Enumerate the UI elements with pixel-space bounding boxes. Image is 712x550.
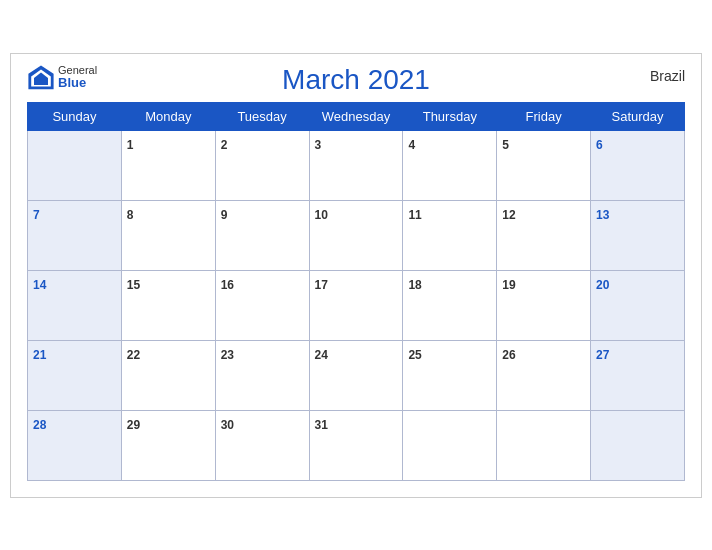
day-number: 28 — [33, 418, 46, 432]
calendar-day-cell: 3 — [309, 130, 403, 200]
calendar-day-cell: 10 — [309, 200, 403, 270]
day-number: 10 — [315, 208, 328, 222]
day-number: 4 — [408, 138, 415, 152]
weekday-header-row: Sunday Monday Tuesday Wednesday Thursday… — [28, 102, 685, 130]
calendar-day-cell: 16 — [215, 270, 309, 340]
logo-blue-text: Blue — [58, 76, 97, 90]
day-number: 30 — [221, 418, 234, 432]
calendar-table: Sunday Monday Tuesday Wednesday Thursday… — [27, 102, 685, 481]
day-number: 26 — [502, 348, 515, 362]
day-number: 19 — [502, 278, 515, 292]
calendar-day-cell: 11 — [403, 200, 497, 270]
calendar-day-cell: 20 — [591, 270, 685, 340]
day-number: 29 — [127, 418, 140, 432]
calendar-day-cell: 25 — [403, 340, 497, 410]
calendar-day-cell: 8 — [121, 200, 215, 270]
day-number: 16 — [221, 278, 234, 292]
calendar-day-cell: 17 — [309, 270, 403, 340]
day-number: 2 — [221, 138, 228, 152]
day-number: 11 — [408, 208, 421, 222]
header-thursday: Thursday — [403, 102, 497, 130]
day-number: 3 — [315, 138, 322, 152]
calendar-header: General Blue March 2021 Brazil — [27, 64, 685, 96]
header-monday: Monday — [121, 102, 215, 130]
calendar-day-cell: 23 — [215, 340, 309, 410]
calendar-day-cell: 31 — [309, 410, 403, 480]
calendar-day-cell — [497, 410, 591, 480]
day-number: 23 — [221, 348, 234, 362]
calendar-week-2: 78910111213 — [28, 200, 685, 270]
calendar-body: 1234567891011121314151617181920212223242… — [28, 130, 685, 480]
calendar-day-cell: 22 — [121, 340, 215, 410]
calendar-day-cell: 19 — [497, 270, 591, 340]
day-number: 20 — [596, 278, 609, 292]
calendar-day-cell: 24 — [309, 340, 403, 410]
calendar-day-cell: 26 — [497, 340, 591, 410]
header-wednesday: Wednesday — [309, 102, 403, 130]
calendar-day-cell: 7 — [28, 200, 122, 270]
calendar-day-cell: 4 — [403, 130, 497, 200]
day-number: 13 — [596, 208, 609, 222]
day-number: 17 — [315, 278, 328, 292]
day-number: 12 — [502, 208, 515, 222]
country-label: Brazil — [650, 68, 685, 84]
calendar-week-5: 28293031 — [28, 410, 685, 480]
day-number: 5 — [502, 138, 509, 152]
calendar-day-cell: 30 — [215, 410, 309, 480]
calendar-day-cell: 1 — [121, 130, 215, 200]
calendar-day-cell: 18 — [403, 270, 497, 340]
day-number: 21 — [33, 348, 46, 362]
calendar-day-cell: 29 — [121, 410, 215, 480]
day-number: 14 — [33, 278, 46, 292]
month-title: March 2021 — [282, 64, 430, 96]
calendar-day-cell: 14 — [28, 270, 122, 340]
calendar-day-cell — [403, 410, 497, 480]
calendar-day-cell: 27 — [591, 340, 685, 410]
calendar-day-cell: 9 — [215, 200, 309, 270]
logo-area: General Blue — [27, 64, 97, 92]
day-number: 7 — [33, 208, 40, 222]
header-saturday: Saturday — [591, 102, 685, 130]
calendar-week-4: 21222324252627 — [28, 340, 685, 410]
day-number: 9 — [221, 208, 228, 222]
header-sunday: Sunday — [28, 102, 122, 130]
header-tuesday: Tuesday — [215, 102, 309, 130]
day-number: 25 — [408, 348, 421, 362]
calendar-week-3: 14151617181920 — [28, 270, 685, 340]
calendar-day-cell: 15 — [121, 270, 215, 340]
day-number: 6 — [596, 138, 603, 152]
header-friday: Friday — [497, 102, 591, 130]
calendar-day-cell: 5 — [497, 130, 591, 200]
calendar-day-cell: 21 — [28, 340, 122, 410]
day-number: 31 — [315, 418, 328, 432]
calendar-day-cell: 6 — [591, 130, 685, 200]
day-number: 1 — [127, 138, 134, 152]
calendar-day-cell — [591, 410, 685, 480]
calendar-day-cell — [28, 130, 122, 200]
calendar-day-cell: 2 — [215, 130, 309, 200]
day-number: 24 — [315, 348, 328, 362]
calendar: General Blue March 2021 Brazil Sunday Mo… — [10, 53, 702, 498]
day-number: 15 — [127, 278, 140, 292]
day-number: 27 — [596, 348, 609, 362]
calendar-day-cell: 13 — [591, 200, 685, 270]
day-number: 22 — [127, 348, 140, 362]
calendar-day-cell: 28 — [28, 410, 122, 480]
day-number: 18 — [408, 278, 421, 292]
logo-icon — [27, 64, 55, 92]
day-number: 8 — [127, 208, 134, 222]
calendar-week-1: 123456 — [28, 130, 685, 200]
calendar-day-cell: 12 — [497, 200, 591, 270]
logo-text: General Blue — [58, 64, 97, 90]
